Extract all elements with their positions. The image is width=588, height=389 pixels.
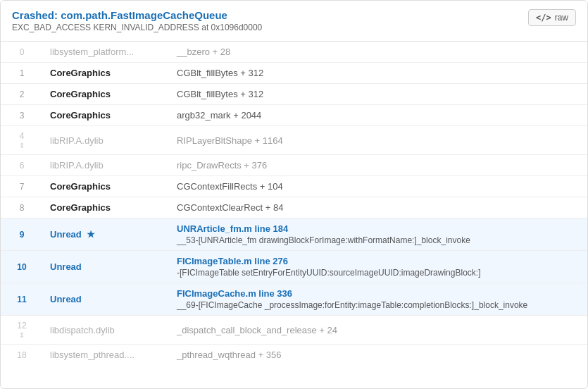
frame-number: 7 (1, 176, 43, 197)
table-row: 7CoreGraphicsCGContextFillRects + 104 (1, 176, 587, 197)
frame-secondary-detail: -[FICImageTable setEntryForEntityUUID:so… (177, 268, 580, 278)
source-link[interactable]: FICImageTable.m line 276 (177, 256, 288, 266)
library-name: libsystem_pthread.... (43, 345, 170, 366)
library-name: libRIP.A.dylib (43, 126, 170, 155)
crash-report-container: Crashed: com.path.FastImageCacheQueue EX… (0, 0, 588, 389)
frame-detail: CGBlt_fillBytes + 312 (170, 63, 587, 84)
table-row: 3CoreGraphicsargb32_mark + 2044 (1, 105, 587, 126)
table-row: 18libsystem_pthread...._pthread_wqthread… (1, 345, 587, 366)
header-left: Crashed: com.path.FastImageCacheQueue EX… (12, 9, 262, 32)
frame-detail: ripc_DrawRects + 376 (170, 155, 587, 176)
frame-detail: CGBlt_fillBytes + 312 (170, 84, 587, 105)
frame-detail: argb32_mark + 2044 (170, 105, 587, 126)
table-row: 6libRIP.A.dylibripc_DrawRects + 376 (1, 155, 587, 176)
frame-secondary-detail: __53-[UNRArticle_fm drawingBlockForImage… (177, 235, 580, 245)
frame-number: 12⇕ (1, 316, 43, 345)
code-icon: </> (536, 13, 551, 23)
library-name: libRIP.A.dylib (43, 155, 170, 176)
library-name: libsystem_platform... (43, 42, 170, 63)
library-name: Unread (43, 283, 170, 316)
table-row: 10UnreadFICImageTable.m line 276-[FICIma… (1, 251, 587, 283)
crash-title: Crashed: com.path.FastImageCacheQueue (12, 9, 262, 21)
frame-secondary-detail: __69-[FICImageCache _processImage:forEnt… (177, 300, 580, 310)
frame-detail: UNRArticle_fm.m line 184__53-[UNRArticle… (170, 218, 587, 251)
frame-detail: _pthread_wqthread + 356 (170, 345, 587, 366)
table-row: 9Unread ★UNRArticle_fm.m line 184__53-[U… (1, 218, 587, 251)
table-row: 4⇕libRIP.A.dylibRIPLayerBltShape + 1164 (1, 126, 587, 155)
table-row: 2CoreGraphicsCGBlt_fillBytes + 312 (1, 84, 587, 105)
library-name: libdispatch.dylib (43, 316, 170, 345)
frame-detail: CGContextClearRect + 84 (170, 197, 587, 218)
frame-number: 3 (1, 105, 43, 126)
library-name: CoreGraphics (43, 176, 170, 197)
frame-detail: RIPLayerBltShape + 1164 (170, 126, 587, 155)
frame-number: 8 (1, 197, 43, 218)
table-row: 1CoreGraphicsCGBlt_fillBytes + 312 (1, 63, 587, 84)
frame-number: 4⇕ (1, 126, 43, 155)
source-link[interactable]: FICImageCache.m line 336 (177, 288, 292, 299)
table-row: 12⇕libdispatch.dylib_dispatch_call_block… (1, 316, 587, 345)
frame-number: 18 (1, 345, 43, 366)
library-name: CoreGraphics (43, 63, 170, 84)
table-row: 8CoreGraphicsCGContextClearRect + 84 (1, 197, 587, 218)
library-name: Unread (43, 251, 170, 283)
library-name: CoreGraphics (43, 197, 170, 218)
raw-button[interactable]: </> raw (528, 9, 576, 26)
frame-detail: CGContextFillRects + 104 (170, 176, 587, 197)
stack-trace-table: 0libsystem_platform...__bzero + 281CoreG… (1, 42, 587, 365)
table-row: 0libsystem_platform...__bzero + 28 (1, 42, 587, 63)
frame-number: 10 (1, 251, 43, 283)
library-name: CoreGraphics (43, 84, 170, 105)
frame-number: 6 (1, 155, 43, 176)
crash-header: Crashed: com.path.FastImageCacheQueue EX… (1, 1, 587, 42)
frame-detail: _dispatch_call_block_and_release + 24 (170, 316, 587, 345)
library-name: CoreGraphics (43, 105, 170, 126)
frame-number: 9 (1, 218, 43, 251)
crash-subtitle: EXC_BAD_ACCESS KERN_INVALID_ADDRESS at 0… (12, 23, 262, 32)
frame-number: 0 (1, 42, 43, 63)
library-name: Unread ★ (43, 218, 170, 251)
frame-detail: __bzero + 28 (170, 42, 587, 63)
frame-number: 1 (1, 63, 43, 84)
table-row: 11UnreadFICImageCache.m line 336__69-[FI… (1, 283, 587, 316)
frame-number: 2 (1, 84, 43, 105)
raw-button-label: raw (555, 13, 568, 23)
frame-number: 11 (1, 283, 43, 316)
source-link[interactable]: UNRArticle_fm.m line 184 (177, 223, 288, 234)
frame-detail: FICImageTable.m line 276-[FICImageTable … (170, 251, 587, 283)
frame-detail: FICImageCache.m line 336__69-[FICImageCa… (170, 283, 587, 316)
expand-icon[interactable]: ⇕ (18, 142, 25, 149)
expand-icon[interactable]: ⇕ (18, 331, 25, 339)
star-icon: ★ (87, 229, 95, 240)
